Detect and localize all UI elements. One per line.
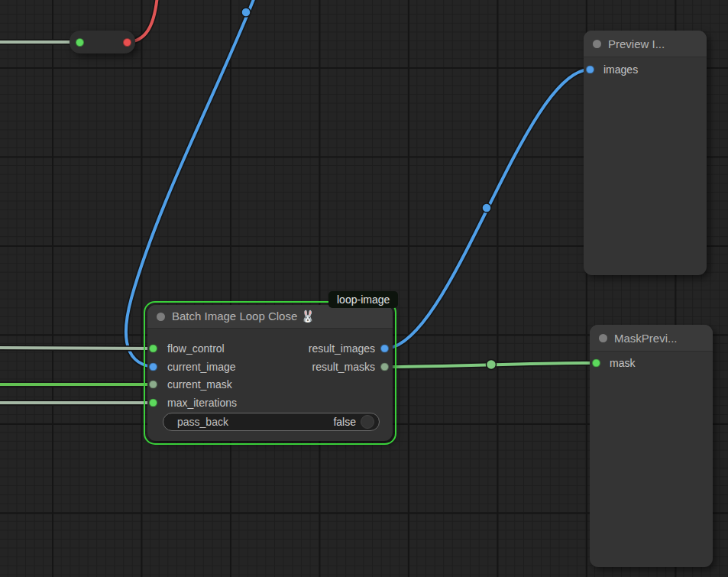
- link-midpoint-dot: [487, 360, 497, 370]
- node-title: MaskPrevi...: [614, 332, 678, 345]
- input-label: current_mask: [167, 376, 232, 393]
- output-label: result_images: [309, 340, 375, 357]
- input-label: mask: [610, 355, 635, 371]
- input-slot-images: images: [584, 61, 638, 78]
- node-title-bar[interactable]: Preview I...: [584, 31, 707, 57]
- input-port[interactable]: [592, 359, 600, 368]
- output-port[interactable]: [380, 363, 389, 371]
- link-result-images-to-preview[interactable]: [385, 70, 590, 348]
- toggle-knob-icon[interactable]: [361, 415, 374, 429]
- node-preview-image[interactable]: Preview I... images: [584, 31, 707, 275]
- widget-label: pass_back: [177, 416, 228, 428]
- input-slot-current-image: current_image: [147, 358, 236, 375]
- collapse-dot-icon[interactable]: [157, 313, 165, 321]
- input-slot-current-mask: current_mask: [147, 376, 232, 393]
- input-port[interactable]: [149, 345, 157, 353]
- node-graph-canvas[interactable]: loop-image Batch Image Loop Close 🐰 flow…: [0, 0, 728, 577]
- input-label: max_iterations: [167, 394, 237, 411]
- input-port[interactable]: [149, 381, 157, 389]
- node-title-bar[interactable]: MaskPrevi...: [590, 325, 713, 352]
- link-result-masks-to-mask[interactable]: [385, 360, 590, 370]
- output-port[interactable]: [123, 38, 131, 47]
- input-label: current_image: [167, 358, 236, 375]
- widget-value: false: [333, 416, 356, 428]
- output-slot-result-masks: result_masks: [312, 358, 393, 375]
- node-title-bar[interactable]: Batch Image Loop Close 🐰: [147, 305, 393, 329]
- input-port[interactable]: [149, 363, 157, 371]
- node-mask-preview[interactable]: MaskPrevi... mask: [590, 325, 713, 567]
- node-tag: loop-image: [328, 291, 398, 308]
- node-batch-image-loop-close[interactable]: Batch Image Loop Close 🐰 flow_control cu…: [147, 305, 393, 441]
- output-label: result_masks: [312, 358, 375, 375]
- input-label: flow_control: [167, 340, 225, 357]
- link-midpoint-dot: [241, 8, 251, 17]
- input-slot-flow-control: flow_control: [147, 340, 225, 357]
- output-slot-result-images: result_images: [309, 340, 393, 357]
- input-port[interactable]: [76, 38, 84, 47]
- node-collapsed[interactable]: [70, 31, 135, 53]
- node-title: Batch Image Loop Close 🐰: [172, 310, 315, 323]
- input-port[interactable]: [586, 66, 594, 74]
- widget-pass-back[interactable]: pass_back false: [163, 413, 380, 431]
- input-slot-max-iterations: max_iterations: [147, 394, 237, 411]
- input-slot-mask: mask: [590, 355, 635, 371]
- collapse-dot-icon[interactable]: [599, 334, 607, 342]
- link-to-flow-control[interactable]: [0, 348, 153, 348]
- node-title: Preview I...: [608, 37, 665, 50]
- link-midpoint-dot: [482, 203, 491, 212]
- output-port[interactable]: [380, 345, 389, 353]
- collapse-dot-icon[interactable]: [593, 40, 601, 48]
- input-label: images: [603, 61, 638, 78]
- input-port[interactable]: [149, 399, 157, 407]
